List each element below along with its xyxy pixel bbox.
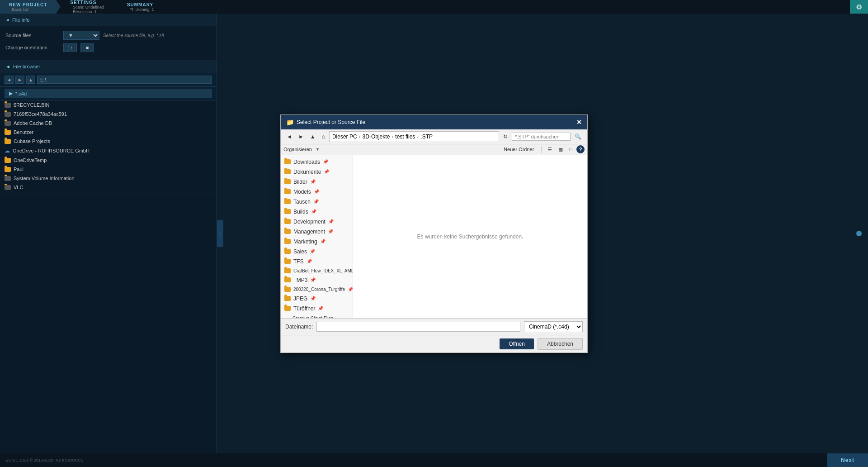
breadcrumb-3d: 3D-Objekte — [363, 133, 390, 140]
dialog-title-area: 📁 Select Project or Source File — [286, 119, 365, 126]
folder-icon — [284, 219, 291, 224]
pin-icon: 📌 — [323, 159, 328, 164]
filename-label: Dateiname: — [285, 324, 313, 330]
sidebar-item-mp3[interactable]: _MP3 📌 — [281, 275, 353, 285]
sidebar-item-tfs[interactable]: TFS 📌 — [281, 257, 353, 267]
breadcrumb-testfiles: test files — [395, 133, 415, 140]
folder-icon — [284, 296, 291, 301]
dialog-view-toolbar: Organisieren ▼ Neuer Ordner ☰ ▦ □ ? — [281, 144, 587, 155]
sidebar-item-crafbot[interactable]: CrafBot_Flow_IDEX_XL_AME 📌 — [281, 267, 353, 275]
sidebar-item-models[interactable]: Models 📌 — [281, 187, 353, 197]
dialog-filename-row: Dateiname: CinemaD (*.c4d) STP (*.stp) S… — [281, 318, 587, 335]
sidebar-item-name: Models — [293, 189, 311, 195]
dialog-back-btn[interactable]: ◄ — [284, 132, 294, 141]
help-button[interactable]: ? — [576, 145, 585, 153]
dialog-search-input[interactable] — [512, 133, 571, 141]
sidebar-item-name: JPEG — [293, 295, 307, 302]
breadcrumb-sep-1: › — [359, 133, 361, 140]
breadcrumb-sep-3: › — [417, 133, 419, 140]
dialog-sidebar: Downloads 📌 Dokumente 📌 Bilder 📌 Models — [281, 155, 353, 318]
sidebar-item-name: Bilder — [293, 179, 307, 185]
sidebar-item-tausch[interactable]: Tausch 📌 — [281, 197, 353, 207]
sidebar-item-marketing[interactable]: Marketing 📌 — [281, 237, 353, 247]
pin-icon: 📌 — [314, 189, 319, 194]
sidebar-item-name: _MP3 — [293, 277, 307, 283]
pin-icon: 📌 — [320, 239, 326, 244]
dialog-overlay: 📁 Select Project or Source File ✕ ◄ ► ▲ … — [0, 0, 868, 467]
sidebar-item-development[interactable]: Development 📌 — [281, 217, 353, 227]
sidebar-item-downloads[interactable]: Downloads 📌 — [281, 157, 353, 167]
dialog-main-area: Es wurden keine Suchergebnisse gefunden. — [353, 155, 587, 318]
dialog-titlebar: 📁 Select Project or Source File ✕ — [281, 115, 587, 129]
folder-icon — [284, 189, 291, 194]
sidebar-item-builds[interactable]: Builds 📌 — [281, 207, 353, 217]
dialog-toolbar: ◄ ► ▲ ⌂ Dieser PC › 3D-Objekte › test fi… — [281, 129, 587, 144]
folder-icon — [284, 277, 291, 282]
sidebar-item-turöffner[interactable]: Türöffner 📌 — [281, 304, 353, 314]
pin-icon: 📌 — [324, 169, 329, 174]
dialog-close-button[interactable]: ✕ — [576, 119, 582, 125]
folder-icon — [284, 287, 291, 292]
dialog-forward-btn[interactable]: ► — [296, 132, 306, 141]
breadcrumb-stp: .STP — [420, 133, 433, 140]
breadcrumb-sep-2: › — [392, 133, 393, 140]
dialog-refresh-btn[interactable]: ↻ — [501, 132, 510, 141]
sidebar-item-name: Builds — [293, 209, 308, 215]
preview-btn[interactable]: □ — [567, 145, 575, 153]
breadcrumb-pc: Dieser PC — [332, 133, 357, 140]
pin-icon: 📌 — [310, 277, 316, 282]
pin-icon: 📌 — [313, 199, 319, 204]
sidebar-item-jpeg[interactable]: JPEG 📌 — [281, 294, 353, 304]
dialog-search-btn[interactable]: 🔍 — [572, 132, 584, 141]
pin-icon: 📌 — [328, 219, 334, 224]
sidebar-item-name: Tausch — [293, 199, 311, 205]
dialog-content: Downloads 📌 Dokumente 📌 Bilder 📌 Models — [281, 155, 587, 318]
sidebar-item-dokumente[interactable]: Dokumente 📌 — [281, 167, 353, 177]
folder-icon — [284, 249, 291, 254]
pin-icon: 📌 — [310, 249, 315, 254]
pin-icon: 📌 — [318, 306, 323, 311]
toolbar-divider — [541, 146, 542, 153]
dialog-home-btn[interactable]: ⌂ — [320, 132, 327, 141]
dialog-buttons: Öffnen Abbrechen — [281, 335, 587, 353]
folder-icon — [284, 239, 291, 244]
sidebar-item-management[interactable]: Management 📌 — [281, 227, 353, 237]
sidebar-item-name: Marketing — [293, 238, 317, 245]
dialog-title-text: Select Project or Source File — [297, 119, 365, 125]
folder-icon — [284, 169, 291, 174]
new-folder-button[interactable]: Neuer Ordner — [500, 146, 538, 153]
sidebar-item-name: Development — [293, 219, 326, 225]
sidebar-item-name: Dokumente — [293, 169, 321, 175]
folder-icon — [284, 199, 291, 204]
folder-icon — [284, 209, 291, 214]
pin-icon: 📌 — [307, 259, 312, 264]
filename-input[interactable] — [316, 322, 520, 332]
folder-icon — [284, 259, 291, 264]
pin-icon: 📌 — [348, 287, 353, 292]
sidebar-item-name: 200320_Corona_Turgriffe — [293, 287, 345, 292]
sidebar-item-name: CrafBot_Flow_IDEX_XL_AME — [293, 268, 353, 273]
sidebar-item-200320[interactable]: 200320_Corona_Turgriffe 📌 — [281, 285, 353, 294]
filetype-select[interactable]: CinemaD (*.c4d) STP (*.stp) STL (*.stl) … — [524, 321, 583, 332]
list-view-btn[interactable]: ☰ — [545, 145, 554, 154]
sidebar-item-sales[interactable]: Sales 📌 — [281, 247, 353, 257]
dialog-cancel-button[interactable]: Abbrechen — [538, 338, 583, 350]
organise-label: Organisieren — [283, 147, 312, 152]
pin-icon: 📌 — [328, 229, 333, 234]
sidebar-item-name: Türöffner — [293, 305, 315, 312]
breadcrumb-area[interactable]: Dieser PC › 3D-Objekte › test files › .S… — [329, 131, 499, 142]
sidebar-item-creative-cloud[interactable]: ☁ Creative Cloud Files — [281, 314, 353, 318]
dialog-open-button[interactable]: Öffnen — [500, 338, 534, 349]
sidebar-item-bilder[interactable]: Bilder 📌 — [281, 177, 353, 187]
folder-icon — [284, 229, 291, 234]
pin-icon: 📌 — [310, 179, 316, 184]
folder-icon — [284, 159, 291, 164]
folder-icon — [284, 179, 291, 184]
sidebar-item-name: Downloads — [293, 159, 320, 165]
folder-icon — [284, 306, 291, 311]
organise-dropdown-icon: ▼ — [316, 147, 320, 152]
folder-icon — [284, 268, 291, 273]
sidebar-item-name: Sales — [293, 248, 307, 255]
dialog-up-btn[interactable]: ▲ — [308, 132, 318, 141]
detail-view-btn[interactable]: ▦ — [556, 145, 565, 154]
